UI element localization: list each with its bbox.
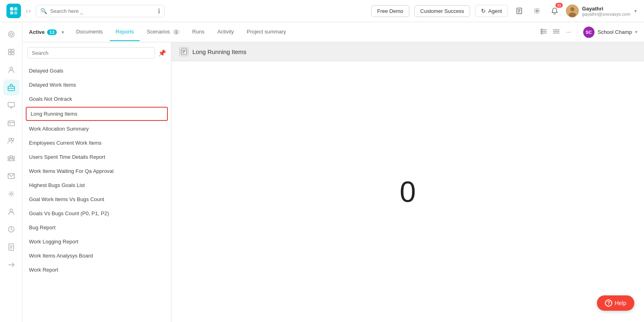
- agent-icon: ↻: [481, 8, 486, 14]
- report-item-work-logging[interactable]: Work Logging Report: [23, 235, 171, 249]
- sidebar-item-people[interactable]: [3, 150, 19, 166]
- grid-view-icon[interactable]: [539, 27, 548, 38]
- user-email: gayathri@snovasys.com: [582, 12, 630, 17]
- svg-rect-3: [14, 11, 17, 15]
- report-title-bar: Long Running Items: [171, 42, 644, 61]
- global-search-bar[interactable]: 🔍 ℹ: [36, 5, 165, 17]
- report-item-users-spent-time[interactable]: Users Spent Time Details Report: [23, 150, 171, 164]
- report-type-icon: [180, 47, 188, 56]
- svg-point-27: [9, 138, 11, 141]
- report-item-work-report[interactable]: Work Report: [23, 263, 171, 277]
- tab-project-summary[interactable]: Project summary: [241, 23, 292, 41]
- report-title: Long Running Items: [192, 48, 246, 55]
- workspace-avatar: SC: [583, 27, 594, 38]
- report-item-delayed-work-items[interactable]: Delayed Work Items: [23, 78, 171, 92]
- svg-rect-14: [8, 49, 11, 52]
- active-badge: Active 13: [29, 29, 57, 35]
- sidebar-item-person[interactable]: [3, 62, 19, 78]
- workspace-chevron[interactable]: ▾: [635, 29, 638, 35]
- svg-point-8: [536, 10, 538, 12]
- svg-rect-15: [12, 49, 14, 52]
- tab-reports[interactable]: Reports: [110, 23, 140, 41]
- sub-header: Active 13 ▾ Documents Reports Scenarios …: [23, 22, 644, 42]
- sidebar-item-home[interactable]: [3, 26, 19, 42]
- active-label: Active: [29, 29, 45, 35]
- notification-badge: 31: [555, 3, 563, 8]
- sidebar-item-clock[interactable]: [3, 221, 19, 237]
- inner-content: 📌 Delayed Goals Delayed Work Items Goals…: [23, 42, 644, 322]
- left-sidebar: [0, 22, 23, 322]
- tab-scenarios[interactable]: Scenarios 1: [141, 23, 185, 41]
- svg-point-33: [10, 193, 12, 195]
- svg-point-13: [10, 33, 12, 35]
- view-icons: ···: [539, 27, 573, 38]
- report-item-goal-work-items-vs-bugs[interactable]: Goal Work Items Vs Bugs Count: [23, 192, 171, 206]
- sidebar-item-settings[interactable]: [3, 186, 19, 202]
- report-item-delayed-goals[interactable]: Delayed Goals: [23, 64, 171, 78]
- nav-expand-icon[interactable]: ››: [26, 7, 31, 15]
- report-item-work-allocation-summary[interactable]: Work Allocation Summary: [23, 122, 171, 136]
- search-icon: 🔍: [40, 8, 47, 14]
- sidebar-item-group[interactable]: [3, 133, 19, 149]
- svg-point-34: [10, 209, 12, 212]
- help-label: Help: [615, 300, 626, 306]
- content-area: Active 13 ▾ Documents Reports Scenarios …: [23, 22, 644, 322]
- report-item-work-items-analysys[interactable]: Work Items Analysys Board: [23, 249, 171, 263]
- svg-rect-16: [8, 52, 11, 55]
- tab-documents[interactable]: Documents: [70, 23, 108, 41]
- search-input[interactable]: [50, 8, 155, 14]
- svg-point-11: [569, 12, 576, 17]
- notifications-icon[interactable]: 31: [548, 4, 561, 17]
- report-item-employees-current-work-items[interactable]: Employees Current Work Items: [23, 136, 171, 150]
- svg-point-31: [12, 157, 14, 159]
- main-report-area: Long Running Items 0: [171, 42, 644, 322]
- svg-point-30: [8, 157, 10, 159]
- report-item-work-items-waiting-qa[interactable]: Work Items Waiting For Qa Approval: [23, 164, 171, 178]
- report-item-highest-bugs[interactable]: Highest Bugs Goals List: [23, 178, 171, 192]
- tab-runs[interactable]: Runs: [187, 23, 210, 41]
- sidebar-item-mail[interactable]: [3, 168, 19, 184]
- sidebar-item-monitor[interactable]: [3, 97, 19, 113]
- customer-success-button[interactable]: Customer Success: [414, 5, 470, 17]
- svg-rect-17: [12, 52, 14, 55]
- sidebar-item-send[interactable]: [3, 257, 19, 273]
- user-name: Gayathri: [582, 6, 630, 12]
- documents-icon[interactable]: [513, 4, 526, 17]
- svg-rect-0: [10, 7, 13, 10]
- report-item-goals-not-ontrack[interactable]: Goals Not Ontrack: [23, 92, 171, 106]
- pin-icon[interactable]: 📌: [158, 49, 166, 57]
- sidebar-item-dashboard[interactable]: [3, 44, 19, 60]
- workspace-selector[interactable]: SC School Champ ▾: [577, 27, 638, 38]
- sidebar-item-briefcase[interactable]: [3, 79, 19, 96]
- report-value: 0: [400, 175, 416, 208]
- report-item-goals-vs-bugs-count[interactable]: Goals Vs Bugs Count (P0, P1, P2): [23, 206, 171, 220]
- user-profile[interactable]: Gayathri gayathri@snovasys.com ▼: [566, 4, 638, 17]
- report-item-long-running-items[interactable]: Long Running Items: [26, 107, 168, 121]
- free-demo-button[interactable]: Free Demo: [371, 5, 409, 17]
- settings-icon[interactable]: [530, 4, 543, 17]
- active-dropdown-chevron[interactable]: ▾: [62, 29, 64, 35]
- search-info-icon[interactable]: ℹ: [158, 7, 160, 15]
- sidebar-item-user2[interactable]: [3, 204, 19, 220]
- user-details: Gayathri gayathri@snovasys.com: [582, 6, 630, 17]
- user-dropdown-chevron[interactable]: ▼: [634, 9, 638, 13]
- tab-activity[interactable]: Activity: [212, 23, 239, 41]
- sidebar-item-card[interactable]: [3, 115, 19, 131]
- svg-point-10: [570, 7, 574, 11]
- report-item-bug-report[interactable]: Bug Report: [23, 220, 171, 235]
- reports-search-input[interactable]: [27, 47, 155, 59]
- app-logo[interactable]: [6, 4, 21, 18]
- list-view-icon[interactable]: [551, 27, 561, 38]
- scenarios-badge: 1: [173, 29, 180, 35]
- svg-point-18: [10, 67, 12, 70]
- help-button[interactable]: ? Help: [597, 295, 634, 311]
- agent-button[interactable]: ↻ Agent: [475, 5, 508, 17]
- header-actions: Free Demo Customer Success ↻ Agent: [371, 4, 638, 17]
- reports-search-row: 📌: [23, 42, 171, 62]
- reports-sidebar: 📌 Delayed Goals Delayed Work Items Goals…: [23, 42, 171, 322]
- help-icon: ?: [605, 299, 612, 307]
- sidebar-item-report[interactable]: [3, 239, 19, 255]
- svg-point-28: [11, 138, 14, 141]
- more-options-icon[interactable]: ···: [564, 27, 573, 37]
- main-layout: Active 13 ▾ Documents Reports Scenarios …: [0, 22, 644, 322]
